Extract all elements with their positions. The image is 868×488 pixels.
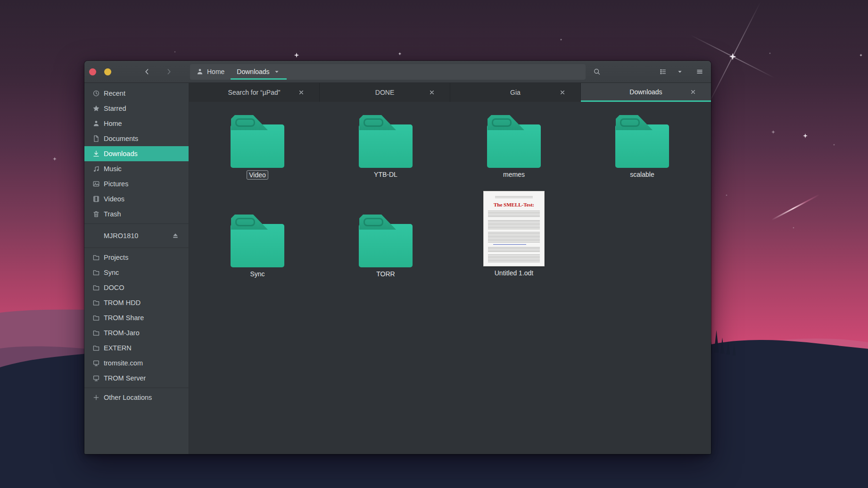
sidebar-separator — [84, 248, 189, 248]
desktop: { "colors": { "accent": "#38c2a2", "sele… — [0, 0, 868, 488]
forward-button[interactable] — [163, 65, 174, 78]
sidebar-item-label: TROM-Jaro — [104, 329, 140, 337]
dropdown-arrow-icon — [676, 68, 684, 75]
folder-icon — [92, 254, 100, 261]
wallpaper-star — [560, 39, 562, 41]
plus-icon — [92, 394, 100, 401]
sidebar-item-other-locations[interactable]: Other Locations — [84, 390, 189, 405]
document-thumbnail: The SMELL-Test: — [483, 191, 545, 266]
download-icon — [92, 150, 100, 157]
sidebar-item-music[interactable]: Music — [84, 161, 189, 176]
sidebar-item-label: Trash — [104, 210, 121, 218]
tab-search-for-pad[interactable]: Search for “µPad” — [189, 83, 320, 102]
folder-icon — [92, 269, 100, 276]
sidebar-item-doco[interactable]: DOCO — [84, 280, 189, 295]
sidebar-item-documents[interactable]: Documents — [84, 131, 189, 146]
path-segment-home[interactable]: Home — [190, 64, 231, 80]
folder-ytb-dl[interactable]: YTB-DL — [348, 115, 423, 179]
tab-close-icon[interactable] — [559, 89, 566, 96]
sidebar-item-pictures[interactable]: Pictures — [84, 176, 189, 191]
wallpaper-star — [803, 133, 808, 138]
film-icon — [92, 195, 100, 203]
sidebar-item-home[interactable]: Home — [84, 116, 189, 131]
file-label: Video — [247, 170, 268, 180]
sidebar-item-label: Other Locations — [104, 394, 152, 401]
folder-scalable[interactable]: scalable — [604, 115, 680, 179]
path-segment-downloads[interactable]: Downloads — [231, 64, 286, 80]
path-bar: Home Downloads — [190, 64, 586, 80]
sidebar-item-label: DOCO — [104, 284, 124, 291]
file-untitled-1-odt[interactable]: The SMELL-Test:Untitled 1.odt — [476, 191, 552, 277]
sidebar-item-label: tromsite.com — [104, 359, 143, 367]
tab-downloads[interactable]: Downloads — [581, 83, 711, 102]
main-pane: Search for “µPad”DONEGiaDownloads VideoY… — [189, 83, 711, 454]
tab-label: Downloads — [629, 88, 662, 96]
folder-torr[interactable]: TORR — [348, 215, 423, 278]
sidebar-item-label: EXTERN — [104, 344, 132, 352]
window-close-button[interactable] — [89, 68, 96, 75]
sidebar-item-trom-server[interactable]: TROM Server — [84, 371, 189, 386]
star-icon — [92, 105, 100, 112]
sidebar-item-tromsite-com[interactable]: tromsite.com — [84, 356, 189, 371]
file-view: VideoYTB-DLmemesscalableSyncTORRThe SMEL… — [189, 102, 711, 454]
meteor-streak — [771, 194, 820, 221]
sidebar-item-label: Sync — [104, 269, 119, 276]
sidebar-item-downloads[interactable]: Downloads — [84, 146, 189, 161]
eject-button[interactable] — [172, 232, 183, 240]
tab-gia[interactable]: Gia — [450, 83, 581, 102]
sidebar-item-mjro1810[interactable]: MJRO1810 — [84, 226, 189, 246]
sidebar-item-trom-jaro[interactable]: TROM-Jaro — [84, 325, 189, 340]
view-mode-button[interactable] — [657, 65, 669, 78]
tab-close-icon[interactable] — [298, 89, 305, 96]
sidebar-item-recent[interactable]: Recent — [84, 86, 189, 101]
wallpaper-star — [174, 51, 176, 53]
tab-close-icon[interactable] — [428, 89, 436, 96]
eject-icon — [172, 232, 179, 240]
document-preview-title: The SMELL-Test: — [488, 202, 540, 207]
sidebar-item-projects[interactable]: Projects — [84, 250, 189, 265]
folder-icon — [615, 115, 669, 168]
sidebar-item-extern[interactable]: EXTERN — [84, 340, 189, 356]
tab-label: Gia — [510, 89, 521, 96]
sidebar-item-starred[interactable]: Starred — [84, 101, 189, 116]
sidebar-item-label: Music — [104, 165, 122, 173]
tab-done[interactable]: DONE — [320, 83, 450, 102]
hamburger-menu-icon — [696, 68, 703, 75]
home-icon — [196, 68, 204, 75]
folder-icon — [487, 115, 541, 168]
sidebar-item-label: MJRO1810 — [104, 232, 138, 240]
folder-icon — [359, 115, 413, 168]
sidebar-item-trom-share[interactable]: TROM Share — [84, 310, 189, 325]
wallpaper-star — [833, 144, 835, 146]
toolbar: Home Downloads — [84, 61, 711, 83]
menu-button[interactable] — [694, 65, 705, 78]
sidebar-item-trash[interactable]: Trash — [84, 207, 189, 222]
folder-video[interactable]: Video — [220, 115, 295, 180]
list-view-icon — [659, 68, 667, 75]
chevron-left-icon — [143, 68, 151, 75]
remote-icon — [92, 359, 100, 367]
file-label: Sync — [248, 270, 266, 278]
sidebar-item-sync[interactable]: Sync — [84, 265, 189, 280]
file-label: scalable — [628, 170, 656, 179]
sidebar-separator — [84, 223, 189, 224]
sidebar-item-label: Videos — [104, 195, 124, 203]
picture-icon — [92, 180, 100, 188]
sidebar-item-label: TROM Share — [104, 314, 144, 322]
folder-sync[interactable]: Sync — [220, 215, 295, 278]
folder-memes[interactable]: memes — [476, 115, 552, 179]
sidebar-item-videos[interactable]: Videos — [84, 191, 189, 207]
sidebar-item-trom-hdd[interactable]: TROM HDD — [84, 295, 189, 310]
chevron-right-icon — [165, 68, 173, 75]
sidebar-item-label: Projects — [104, 254, 128, 261]
back-button[interactable] — [141, 65, 153, 78]
window-minimize-button[interactable] — [104, 68, 111, 75]
wallpaper-star — [771, 130, 775, 134]
user-home-icon — [92, 120, 100, 127]
view-options-button[interactable] — [674, 65, 686, 78]
tab-close-icon[interactable] — [689, 88, 697, 96]
search-button[interactable] — [591, 65, 603, 78]
file-label: YTB-DL — [372, 170, 399, 179]
wallpaper-star — [53, 157, 57, 161]
clock-icon — [92, 90, 100, 97]
